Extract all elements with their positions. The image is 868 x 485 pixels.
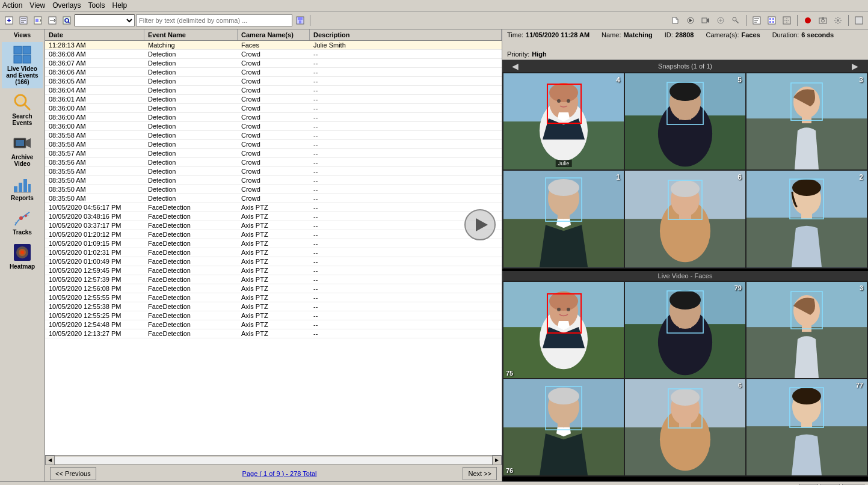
sidebar-item-search[interactable]: Search Events xyxy=(2,90,43,129)
sidebar-tracks-label: Tracks xyxy=(13,229,32,236)
page-info[interactable]: Page ( 1 of 9 ) - 278 Total xyxy=(242,470,317,477)
table-row[interactable]: 08:35:57 AM Detection Crowd -- xyxy=(45,149,502,158)
table-row[interactable]: 11:28:13 AM Matching Faces Julie Smith xyxy=(45,41,502,50)
table-row[interactable]: 08:35:50 AM Detection Crowd -- xyxy=(45,176,502,185)
table-row[interactable]: 10/05/2020 12:59:45 PM FaceDetection Axi… xyxy=(45,266,502,275)
table-row[interactable]: 08:36:05 AM Detection Crowd -- xyxy=(45,77,502,86)
rt-btn-6[interactable] xyxy=(750,14,763,27)
table-row[interactable]: 10/05/2020 03:37:17 PM FaceDetection Axi… xyxy=(45,221,502,230)
rt-btn-snapshot[interactable] xyxy=(816,14,830,27)
cell-event: FaceDetection xyxy=(144,239,238,248)
event-table-body[interactable]: 11:28:13 AM Matching Faces Julie Smith 0… xyxy=(45,41,502,455)
table-row[interactable]: 10/05/2020 12:55:38 PM FaceDetection Axi… xyxy=(45,302,502,311)
snapshot-prev-btn[interactable]: ◀ xyxy=(507,61,523,71)
table-row[interactable]: 10/05/2020 12:13:27 PM FaceDetection Axi… xyxy=(45,329,502,338)
toolbar-btn-1[interactable] xyxy=(2,14,16,27)
sidebar-item-reports[interactable]: Reports xyxy=(2,171,43,204)
table-row[interactable]: 08:36:06 AM Detection Crowd -- xyxy=(45,68,502,77)
table-row[interactable]: 08:36:01 AM Detection Crowd -- xyxy=(45,95,502,104)
table-row[interactable]: 10/05/2020 01:02:31 PM FaceDetection Axi… xyxy=(45,248,502,257)
scroll-left-btn[interactable]: ◀ xyxy=(45,456,55,465)
toolbar-btn-4[interactable] xyxy=(46,14,59,27)
sidebar-item-live-video[interactable]: Live Video and Events (166) xyxy=(2,42,43,88)
menu-overlays[interactable]: Overlays xyxy=(52,1,81,10)
rt-btn-7[interactable] xyxy=(765,14,778,27)
table-row[interactable]: 10/05/2020 04:56:17 PM FaceDetection Axi… xyxy=(45,203,502,212)
sidebar-item-heatmap[interactable]: Heatmap xyxy=(2,240,43,273)
cameras-label: Camera(s): xyxy=(706,31,739,38)
table-row[interactable]: 10/05/2020 12:55:55 PM FaceDetection Axi… xyxy=(45,293,502,302)
table-row[interactable]: 08:35:56 AM Detection Crowd -- xyxy=(45,158,502,167)
lv-cell-6[interactable]: 77 xyxy=(746,379,867,475)
snapshot-cell-3[interactable]: 3 xyxy=(746,73,867,169)
rt-btn-extra[interactable] xyxy=(852,14,866,27)
rt-btn-5[interactable] xyxy=(729,14,742,27)
scroll-right-btn[interactable]: ▶ xyxy=(492,456,502,465)
table-row[interactable]: 08:36:08 AM Detection Crowd -- xyxy=(45,50,502,59)
table-row[interactable]: 08:36:00 AM Detection Crowd -- xyxy=(45,113,502,122)
cell-event: FaceDetection xyxy=(144,212,238,221)
rt-btn-3[interactable] xyxy=(699,14,712,27)
horizontal-scrollbar[interactable]: ◀ ▶ xyxy=(45,455,502,465)
table-row[interactable]: 08:36:00 AM Detection Crowd -- xyxy=(45,122,502,131)
toolbar-btn-3[interactable] xyxy=(31,14,45,27)
sidebar-item-archive[interactable]: Archive Video xyxy=(2,130,43,170)
table-row[interactable]: 08:35:58 AM Detection Crowd -- xyxy=(45,131,502,140)
snapshot-cell-2[interactable]: 5 xyxy=(625,73,745,169)
svg-rect-25 xyxy=(855,17,863,24)
table-row[interactable]: 08:36:00 AM Detection Crowd -- xyxy=(45,104,502,113)
cell-camera: Crowd xyxy=(238,176,310,185)
toolbar-btn-2[interactable] xyxy=(17,14,30,27)
lv-cell-4[interactable]: 76 xyxy=(503,379,624,475)
table-row[interactable]: 10/05/2020 12:56:08 PM FaceDetection Axi… xyxy=(45,284,502,293)
rt-btn-2[interactable] xyxy=(684,14,697,27)
table-row[interactable]: 10/05/2020 12:55:25 PM FaceDetection Axi… xyxy=(45,311,502,320)
table-row[interactable]: 10/05/2020 12:57:39 PM FaceDetection Axi… xyxy=(45,275,502,284)
table-row[interactable]: 08:35:50 AM Detection Crowd -- xyxy=(45,194,502,203)
snapshot-cell-5[interactable]: 6 xyxy=(625,171,745,267)
snapshot-cell-6[interactable]: 2 xyxy=(746,171,867,267)
cameras-value: Faces xyxy=(741,31,760,38)
menu-tools[interactable]: Tools xyxy=(88,1,105,10)
rt-btn-4[interactable] xyxy=(714,14,727,27)
table-row[interactable]: 10/05/2020 01:00:49 PM FaceDetection Axi… xyxy=(45,257,502,266)
table-row[interactable]: 08:35:55 AM Detection Crowd -- xyxy=(45,167,502,176)
menu-action[interactable]: Action xyxy=(2,1,22,10)
event-table-header: Date Event Name Camera Name(s) Descripti… xyxy=(45,29,502,41)
text-filter-input[interactable] xyxy=(136,14,292,26)
toolbar-save-btn[interactable] xyxy=(294,14,307,27)
lv-cell-5[interactable]: 6 xyxy=(625,379,745,475)
cell-date: 08:35:57 AM xyxy=(45,149,144,157)
lv-cell-3[interactable]: 3 xyxy=(746,282,867,378)
rt-btn-8[interactable] xyxy=(780,14,793,27)
lv-cell-2[interactable]: 79 xyxy=(625,282,745,378)
menu-view[interactable]: View xyxy=(29,1,45,10)
next-page-btn[interactable]: Next >> xyxy=(463,467,497,480)
table-row[interactable]: 10/05/2020 01:09:15 PM FaceDetection Axi… xyxy=(45,239,502,248)
prev-page-btn[interactable]: << Previous xyxy=(50,467,96,480)
table-row[interactable]: 10/05/2020 12:54:48 PM FaceDetection Axi… xyxy=(45,320,502,329)
svg-point-51 xyxy=(549,83,578,102)
rt-btn-1[interactable] xyxy=(669,14,682,27)
rt-btn-settings[interactable] xyxy=(831,14,845,27)
table-row[interactable]: 08:35:58 AM Detection Crowd -- xyxy=(45,140,502,149)
table-row[interactable]: 08:36:04 AM Detection Crowd -- xyxy=(45,86,502,95)
svg-point-12 xyxy=(733,17,736,21)
toolbar-btn-5[interactable] xyxy=(60,14,73,27)
table-row[interactable]: 10/05/2020 01:20:12 PM FaceDetection Axi… xyxy=(45,230,502,239)
table-row[interactable]: 08:36:07 AM Detection Crowd -- xyxy=(45,59,502,68)
snapshot-cell-1[interactable]: Julie 4 xyxy=(503,73,624,169)
face-number-6: 2 xyxy=(859,173,863,181)
lv-cell-1[interactable]: 75 xyxy=(503,282,624,378)
scroll-track[interactable] xyxy=(55,457,492,464)
events-filter-combo[interactable]: All Events xyxy=(75,14,135,26)
play-button[interactable] xyxy=(464,209,496,240)
rt-btn-record[interactable] xyxy=(801,14,814,27)
snapshot-cell-4[interactable]: 1 xyxy=(503,171,624,267)
sidebar-item-tracks[interactable]: Tracks xyxy=(2,206,43,239)
table-row[interactable]: 10/05/2020 03:48:16 PM FaceDetection Axi… xyxy=(45,212,502,221)
table-row[interactable]: 08:35:50 AM Detection Crowd -- xyxy=(45,185,502,194)
snapshot-next-btn[interactable]: ▶ xyxy=(847,61,863,71)
menu-help[interactable]: Help xyxy=(112,1,128,10)
col-header-camera: Camera Name(s) xyxy=(238,29,310,40)
